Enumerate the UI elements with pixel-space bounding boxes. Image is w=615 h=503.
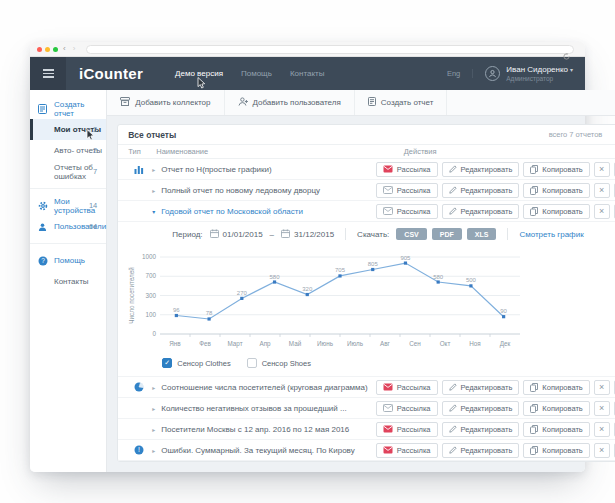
checkbox-checked-icon[interactable]: ✓ — [162, 358, 172, 368]
report-name[interactable]: Ошибки. Суммарный. За текущий месяц. По … — [161, 446, 368, 455]
date-from-picker[interactable]: 01/01/2015 — [210, 229, 263, 240]
toolbar-button-2[interactable]: Создать отчет — [355, 90, 448, 115]
legend-item-0[interactable]: ✓Сенсор Clothes — [162, 358, 230, 368]
mailing-button[interactable]: Рассылка — [376, 401, 438, 416]
mail-icon-red — [383, 165, 393, 173]
mailing-button[interactable]: Рассылка — [376, 204, 438, 219]
copy-button-label: Копировать — [542, 383, 582, 392]
svg-text:Июнь: Июнь — [317, 340, 334, 347]
delete-button[interactable]: × — [594, 443, 610, 458]
mailing-button-label: Рассылка — [397, 383, 431, 392]
mailing-button[interactable]: Рассылка — [376, 422, 438, 437]
legend-item-1[interactable]: Сенсор Shoes — [247, 358, 311, 368]
nav-item-2[interactable]: Контакты — [290, 69, 325, 78]
forward-icon[interactable]: › — [71, 45, 78, 53]
delete-button[interactable]: × — [594, 183, 610, 198]
report-name[interactable]: Посетители Москвы с 12 апр. 2016 по 12 м… — [161, 425, 368, 434]
download-pdf-button[interactable]: PDF — [432, 228, 462, 240]
delete-button[interactable]: × — [594, 380, 610, 395]
copy-button[interactable]: Копировать — [523, 443, 589, 458]
mailing-button[interactable]: Рассылка — [376, 183, 438, 198]
copy-button[interactable]: Копировать — [523, 204, 589, 219]
toolbar-button-1[interactable]: Добавить пользователя — [225, 90, 355, 115]
report-name[interactable]: Полный отчет по новому ледовому дворцу — [161, 186, 368, 195]
visitors-chart: Число посетителей01003007001000ЯнвФевМар… — [118, 246, 615, 354]
bar-chart-icon — [126, 165, 152, 174]
copy-button-label: Копировать — [542, 207, 582, 216]
expand-icon[interactable]: ▸ — [152, 447, 161, 454]
date-separator: – — [270, 230, 274, 239]
copy-button-label: Копировать — [542, 446, 582, 455]
chart-legend: ✓Сенсор ClothesСенсор Shoes — [162, 356, 615, 370]
svg-text:Дек: Дек — [500, 340, 511, 348]
calendar-icon — [210, 229, 219, 240]
sidebar-item-2[interactable]: Авто- отчеты2 — [30, 140, 106, 161]
delete-button[interactable]: × — [594, 422, 610, 437]
delete-button[interactable]: × — [594, 162, 610, 177]
svg-text:300: 300 — [146, 292, 157, 299]
copy-button[interactable]: Копировать — [523, 422, 589, 437]
sidebar-item-1[interactable]: Мои отчеты2 — [30, 119, 106, 140]
mail-icon-gray — [383, 207, 393, 215]
copy-button[interactable]: Копировать — [523, 183, 589, 198]
toolbar-button-0[interactable]: Добавить коллектор — [107, 90, 224, 115]
refresh-icon[interactable] — [563, 46, 570, 53]
svg-text:905: 905 — [401, 255, 412, 261]
sidebar-item-8[interactable]: ?Помощь — [30, 250, 106, 271]
expand-icon[interactable]: ▸ — [152, 187, 161, 194]
svg-text:Май: Май — [289, 340, 302, 347]
edit-button[interactable]: Редактировать — [442, 422, 520, 437]
sidebar-item-9[interactable]: Контакты — [30, 271, 106, 292]
edit-button[interactable]: Редактировать — [442, 183, 520, 198]
zoom-window-icon[interactable] — [53, 47, 58, 52]
minimize-window-icon[interactable] — [45, 47, 50, 52]
edit-button[interactable]: Редактировать — [442, 380, 520, 395]
edit-button[interactable]: Редактировать — [442, 443, 520, 458]
copy-button[interactable]: Копировать — [523, 162, 589, 177]
checkbox-unchecked-icon[interactable] — [247, 358, 257, 368]
expand-icon[interactable]: ▸ — [152, 405, 161, 412]
collapse-icon[interactable]: ▾ — [152, 208, 161, 215]
report-name[interactable]: Соотношение числа посетителей (круговая … — [161, 383, 368, 392]
copy-icon — [530, 425, 538, 434]
download-csv-button[interactable]: CSV — [396, 228, 426, 240]
copy-button[interactable]: Копировать — [523, 401, 589, 416]
report-name[interactable]: Годовой отчет по Московской области — [161, 207, 368, 216]
nav-item-1[interactable]: Помощь — [241, 69, 272, 78]
svg-text:Число посетителей: Число посетителей — [128, 267, 135, 324]
expand-icon[interactable]: ▸ — [152, 166, 161, 173]
expand-icon[interactable]: ▸ — [152, 384, 161, 391]
delete-button[interactable]: × — [594, 204, 610, 219]
mailing-button[interactable]: Рассылка — [376, 380, 438, 395]
edit-button[interactable]: Редактировать — [442, 204, 520, 219]
download-xls-button[interactable]: XLS — [467, 228, 497, 240]
back-icon[interactable]: ‹ — [61, 45, 68, 53]
sidebar-item-0[interactable]: Создать отчет — [30, 98, 106, 119]
mailing-button[interactable]: Рассылка — [376, 443, 438, 458]
view-chart-link[interactable]: Смотреть график — [519, 230, 583, 239]
language-toggle[interactable]: Eng — [447, 69, 473, 78]
delete-button[interactable]: × — [594, 401, 610, 416]
cursor-icon — [197, 77, 206, 91]
report-name[interactable]: Количество негативных отзывов за прошедш… — [161, 404, 368, 413]
date-to-picker[interactable]: 31/12/2015 — [281, 229, 334, 240]
browser-window: ‹ › iCounter Демо версияПомощьКонтакты E… — [30, 42, 585, 472]
edit-button[interactable]: Редактировать — [442, 162, 520, 177]
user-menu[interactable]: Иван Сидоренко▾ Администратор — [473, 65, 573, 82]
copy-icon — [530, 404, 538, 413]
sidebar-item-6[interactable]: Пользователи64 — [30, 216, 106, 237]
expand-icon[interactable]: ▸ — [152, 426, 161, 433]
nav-item-0[interactable]: Демо версия — [175, 69, 223, 78]
edit-button[interactable]: Редактировать — [442, 401, 520, 416]
sidebar-item-5[interactable]: Мои устройства14 — [30, 195, 106, 216]
hamburger-menu-icon[interactable] — [30, 57, 66, 90]
download-label: Скачать: — [357, 230, 389, 239]
sidebar-item-3[interactable]: Отчеты об ошибках7 — [30, 161, 106, 182]
url-bar[interactable] — [86, 45, 574, 54]
close-window-icon[interactable] — [37, 47, 42, 52]
main-content: Добавить коллекторДобавить пользователяС… — [107, 90, 615, 472]
report-name[interactable]: Отчет по Н(простые графики) — [161, 165, 368, 174]
report-row-4: ▸Количество негативных отзывов за прошед… — [118, 398, 615, 419]
copy-button[interactable]: Копировать — [523, 380, 589, 395]
mailing-button[interactable]: Рассылка — [376, 162, 438, 177]
